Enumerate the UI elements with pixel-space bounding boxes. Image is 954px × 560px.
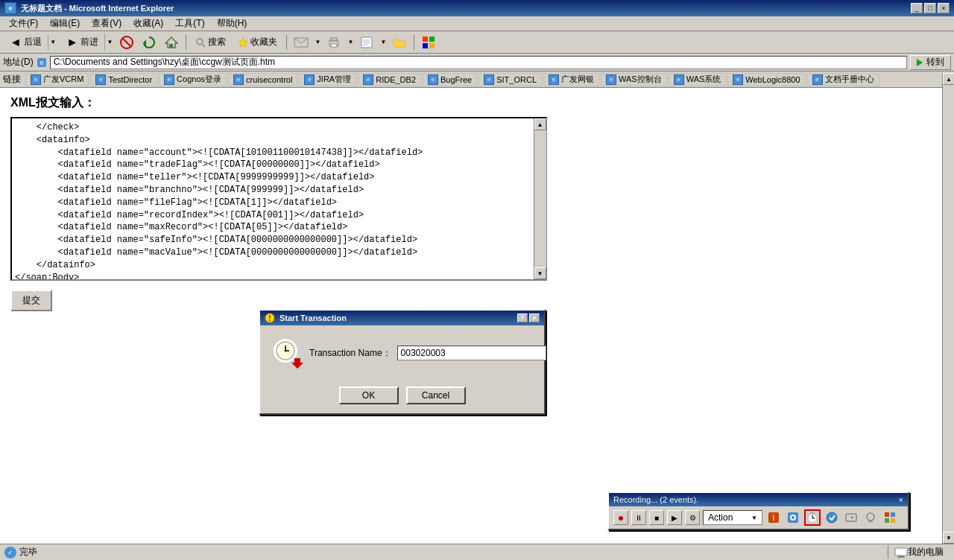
favorites-button[interactable]: 收藏夹 <box>233 34 282 51</box>
link-cruise[interactable]: e cruisecontrol <box>228 73 297 86</box>
toolbar-separator-1 <box>186 35 186 50</box>
dialog-help-button[interactable]: ? <box>517 314 528 322</box>
link-testdirector[interactable]: e TestDirector <box>90 73 157 86</box>
link-ridedb2[interactable]: e RIDE_DB2 <box>358 73 421 86</box>
link-vcrm[interactable]: e 广发VCRM <box>25 73 89 86</box>
refresh-button[interactable] <box>139 34 159 51</box>
rec-icon-2[interactable] <box>785 509 801 526</box>
edit-dropdown[interactable]: ▼ <box>379 31 388 53</box>
svg-text:e: e <box>40 59 43 66</box>
dialog-title-text: Start Transaction <box>279 314 347 322</box>
search-button[interactable]: 搜索 <box>190 34 231 51</box>
status-text: 完毕 <box>19 546 885 559</box>
link-icon-cognos: e <box>164 74 174 85</box>
print-dropdown[interactable]: ▼ <box>346 31 355 53</box>
window-title: 无标题文档 - Microsoft Internet Explorer <box>21 3 174 14</box>
dialog-ok-button[interactable]: OK <box>339 386 399 404</box>
pause-button[interactable]: ⏸ <box>631 510 646 525</box>
recording-close-button[interactable]: × <box>899 495 903 504</box>
restore-button[interactable]: □ <box>924 3 936 13</box>
folder-button[interactable] <box>389 34 410 51</box>
back-button[interactable]: ◄ 后退 ▼ <box>3 34 58 51</box>
windows-button[interactable] <box>418 34 439 51</box>
link-weblogic[interactable]: e WebLogic8800 <box>727 73 805 86</box>
link-docs[interactable]: e 文档手册中心 <box>807 73 879 86</box>
svg-point-38 <box>827 512 837 523</box>
link-cognos[interactable]: e Cognos登录 <box>159 73 227 86</box>
scroll-up-button[interactable]: ▲ <box>534 118 546 130</box>
minimize-button[interactable]: _ <box>911 3 923 13</box>
recording-toolbar: Recording... (2 events). × ● ⏸ ■ ▶ ⚙ Act… <box>607 491 909 530</box>
svg-rect-44 <box>885 512 889 517</box>
svg-rect-16 <box>423 36 428 42</box>
link-jira[interactable]: e JIRA管理 <box>299 73 356 86</box>
mail-button[interactable] <box>291 34 312 51</box>
rec-settings-button[interactable]: ⚙ <box>685 510 700 525</box>
window-icon: e <box>4 2 16 14</box>
link-was-control[interactable]: e WAS控制台 <box>601 73 667 86</box>
svg-text:i: i <box>773 514 775 522</box>
computer-status-panel: 我的电脑 <box>888 546 950 559</box>
dialog-close-button[interactable]: × <box>529 314 540 322</box>
page-scroll-up-button[interactable]: ▲ <box>943 73 954 85</box>
toolbar-separator-3 <box>414 35 414 50</box>
svg-rect-4 <box>169 44 173 48</box>
menu-favorites[interactable]: 收藏(A) <box>127 16 169 31</box>
link-netbank[interactable]: e 广发网银 <box>543 73 599 86</box>
action-dropdown[interactable]: Action ▼ <box>703 510 762 525</box>
page-scroll-down-button[interactable]: ▼ <box>943 532 954 544</box>
link-icon-vcrm: e <box>31 74 41 85</box>
stop-button[interactable] <box>116 34 137 51</box>
link-sit[interactable]: e SIT_ORCL <box>478 73 542 86</box>
status-bar: ✓ 完毕 我的电脑 <box>0 544 954 560</box>
scroll-track[interactable] <box>534 130 546 267</box>
svg-marker-7 <box>238 38 247 47</box>
menu-file[interactable]: 文件(F) <box>3 16 44 31</box>
submit-button[interactable]: 提交 <box>10 290 52 311</box>
stop-rec-button[interactable]: ■ <box>649 510 664 525</box>
page-scroll-track[interactable] <box>943 85 954 532</box>
link-icon-td: e <box>95 74 106 85</box>
rec-icon-4[interactable] <box>843 509 859 526</box>
link-icon-docs: e <box>812 74 823 85</box>
rec-icon-5[interactable] <box>862 509 879 526</box>
record-button[interactable]: ● <box>613 510 628 525</box>
rec-timer-button[interactable] <box>804 509 821 526</box>
xml-textarea[interactable] <box>12 118 534 279</box>
svg-point-5 <box>197 39 203 45</box>
svg-rect-19 <box>429 43 435 48</box>
svg-rect-47 <box>891 518 895 523</box>
svg-rect-49 <box>898 556 904 557</box>
scroll-down-button[interactable]: ▼ <box>534 267 546 279</box>
svg-rect-11 <box>331 44 337 47</box>
transaction-icon <box>272 337 303 369</box>
menu-tools[interactable]: 工具(T) <box>169 16 210 31</box>
link-was[interactable]: e WAS系统 <box>669 73 727 86</box>
play-button[interactable]: ▶ <box>667 510 682 525</box>
link-bugfree[interactable]: e BugFree <box>423 73 477 86</box>
svg-line-6 <box>202 44 205 47</box>
rec-icon-3[interactable] <box>824 509 840 526</box>
menu-edit[interactable]: 编辑(E) <box>44 16 86 31</box>
go-button[interactable]: 转到 <box>910 55 951 70</box>
close-button[interactable]: × <box>938 3 950 13</box>
mail-dropdown[interactable]: ▼ <box>313 31 322 53</box>
rec-icon-1[interactable]: i <box>765 509 782 526</box>
transaction-name-input[interactable] <box>397 346 546 360</box>
rec-icon-6[interactable] <box>882 509 898 526</box>
print-button[interactable] <box>323 34 344 51</box>
svg-line-1 <box>123 39 130 46</box>
address-bar: 地址(D) e 转到 <box>0 54 954 71</box>
svg-rect-17 <box>429 36 435 42</box>
transaction-name-label: Transaction Name： <box>309 347 391 360</box>
address-input[interactable] <box>50 56 907 69</box>
forward-button[interactable]: ► 前进 ▼ <box>60 34 115 51</box>
menu-view[interactable]: 查看(V) <box>86 16 127 31</box>
home-button[interactable] <box>161 34 182 51</box>
edit-button[interactable] <box>356 34 377 51</box>
dialog-cancel-button[interactable]: Cancel <box>406 386 466 404</box>
address-label: 地址(D) <box>3 56 34 69</box>
menu-help[interactable]: 帮助(H) <box>211 16 253 31</box>
dialog-content: Transaction Name： OK Cancel <box>260 325 544 413</box>
svg-marker-40 <box>851 516 854 519</box>
